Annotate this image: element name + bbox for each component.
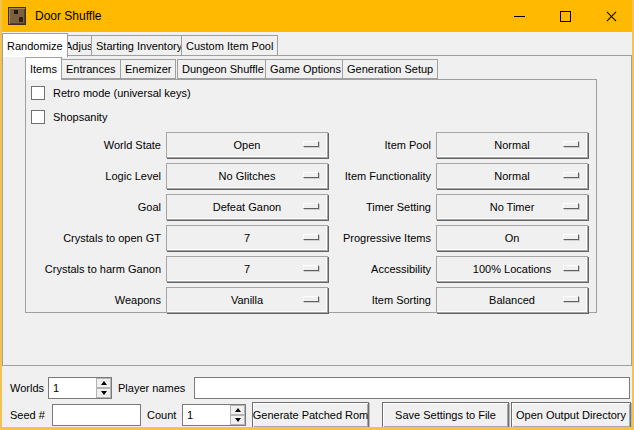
dropdown-indicator-icon: [303, 203, 319, 209]
title-bar: Door Shuffle: [0, 0, 634, 32]
worlds-spinner: [48, 377, 112, 399]
item-pool-label: Item Pool: [326, 132, 431, 158]
dropdown-indicator-icon: [303, 172, 319, 178]
tab-custom-item-pool[interactable]: Custom Item Pool: [181, 35, 278, 56]
worlds-up-button[interactable]: [96, 378, 111, 388]
goal-label: Goal: [26, 194, 161, 220]
minimize-button[interactable]: [496, 0, 542, 32]
count-up-button[interactable]: [230, 405, 245, 415]
accessibility-label: Accessibility: [326, 256, 431, 282]
open-output-directory-button[interactable]: Open Output Directory: [511, 402, 631, 428]
dropdown-indicator-icon: [563, 234, 579, 240]
crystals-harm-ganon-dropdown[interactable]: 7: [166, 256, 328, 282]
crystals-open-gt-value: 7: [244, 232, 250, 244]
dropdown-indicator-icon: [303, 296, 319, 302]
crystals-harm-ganon-label: Crystals to harm Ganon: [26, 256, 161, 282]
shopsanity-checkbox-box: [31, 110, 45, 124]
tab-entrances-label: Entrances: [66, 63, 116, 75]
tab-dungeon-shuffle[interactable]: Dungeon Shuffle: [177, 59, 269, 79]
world-state-label: World State: [26, 132, 161, 158]
item-sorting-label: Item Sorting: [326, 287, 431, 313]
dropdown-indicator-icon: [303, 265, 319, 271]
retro-mode-label: Retro mode (universal keys): [53, 87, 191, 99]
items-panel: Retro mode (universal keys) Shopsanity W…: [25, 79, 597, 313]
dropdown-indicator-icon: [563, 265, 579, 271]
tab-randomize-label: Randomize: [7, 40, 63, 52]
generate-patched-rom-button[interactable]: Generate Patched Rom: [252, 402, 369, 428]
item-functionality-label: Item Functionality: [326, 163, 431, 189]
maximize-button[interactable]: [542, 0, 588, 32]
progressive-items-label: Progressive Items: [326, 225, 431, 251]
generate-patched-rom-label: Generate Patched Rom: [253, 409, 369, 421]
seed-label: Seed #: [10, 402, 45, 428]
timer-setting-value: No Timer: [490, 201, 535, 213]
tab-entrances[interactable]: Entrances: [61, 59, 121, 79]
door-shuffle-window: Door Shuffle Randomize Adjust Starting I…: [0, 0, 634, 430]
world-state-value: Open: [234, 139, 261, 151]
timer-setting-label: Timer Setting: [326, 194, 431, 220]
retro-mode-checkbox[interactable]: Retro mode (universal keys): [31, 86, 191, 100]
item-pool-value: Normal: [494, 139, 529, 151]
weapons-dropdown[interactable]: Vanilla: [166, 287, 328, 313]
tab-custom-item-pool-label: Custom Item Pool: [186, 40, 273, 52]
weapons-value: Vanilla: [231, 294, 263, 306]
tab-items[interactable]: Items: [25, 57, 62, 80]
progressive-items-value: On: [505, 232, 520, 244]
tab-game-options-label: Game Options: [270, 63, 341, 75]
tab-game-options[interactable]: Game Options: [265, 59, 346, 79]
progressive-items-dropdown[interactable]: On: [436, 225, 588, 251]
timer-setting-dropdown[interactable]: No Timer: [436, 194, 588, 220]
app-icon: [8, 7, 26, 25]
accessibility-value: 100% Locations: [473, 263, 551, 275]
save-settings-button[interactable]: Save Settings to File: [382, 402, 509, 428]
goal-dropdown[interactable]: Defeat Ganon: [166, 194, 328, 220]
shopsanity-checkbox[interactable]: Shopsanity: [31, 110, 107, 124]
tab-dungeon-shuffle-label: Dungeon Shuffle: [182, 63, 264, 75]
close-button[interactable]: [588, 0, 634, 32]
worlds-label: Worlds: [10, 377, 44, 399]
up-arrow-icon: [101, 381, 107, 385]
crystals-open-gt-dropdown[interactable]: 7: [166, 225, 328, 251]
down-arrow-icon: [101, 391, 107, 395]
count-spinner: [182, 404, 246, 426]
count-input[interactable]: [183, 405, 230, 425]
seed-input[interactable]: [52, 404, 141, 426]
tab-randomize[interactable]: Randomize: [2, 33, 68, 57]
tab-generation-setup-label: Generation Setup: [347, 63, 433, 75]
tab-starting-inventory-label: Starting Inventory: [96, 40, 182, 52]
worlds-input[interactable]: [49, 378, 96, 398]
retro-mode-checkbox-box: [31, 86, 45, 100]
maximize-icon: [560, 11, 571, 22]
dropdown-indicator-icon: [563, 141, 579, 147]
dropdown-indicator-icon: [303, 141, 319, 147]
logic-level-dropdown[interactable]: No Glitches: [166, 163, 328, 189]
item-sorting-dropdown[interactable]: Balanced: [436, 287, 588, 313]
open-output-directory-label: Open Output Directory: [516, 409, 626, 421]
count-label: Count: [147, 402, 176, 428]
tab-enemizer[interactable]: Enemizer: [120, 59, 176, 79]
dropdown-indicator-icon: [563, 172, 579, 178]
window-title: Door Shuffle: [35, 9, 102, 23]
tab-starting-inventory[interactable]: Starting Inventory: [91, 35, 187, 56]
weapons-label: Weapons: [26, 287, 161, 313]
player-names-label: Player names: [118, 377, 185, 399]
item-functionality-dropdown[interactable]: Normal: [436, 163, 588, 189]
save-settings-label: Save Settings to File: [395, 409, 496, 421]
item-sorting-value: Balanced: [489, 294, 535, 306]
dropdown-indicator-icon: [303, 234, 319, 240]
up-arrow-icon: [235, 408, 241, 412]
shopsanity-label: Shopsanity: [53, 111, 107, 123]
close-icon: [606, 11, 617, 22]
tab-items-label: Items: [30, 63, 57, 75]
crystals-harm-ganon-value: 7: [244, 263, 250, 275]
minimize-icon: [514, 16, 525, 17]
player-names-input[interactable]: [194, 377, 630, 399]
worlds-down-button[interactable]: [96, 388, 111, 398]
item-pool-dropdown[interactable]: Normal: [436, 132, 588, 158]
accessibility-dropdown[interactable]: 100% Locations: [436, 256, 588, 282]
count-down-button[interactable]: [230, 415, 245, 425]
world-state-dropdown[interactable]: Open: [166, 132, 328, 158]
logic-level-value: No Glitches: [219, 170, 276, 182]
tab-generation-setup[interactable]: Generation Setup: [342, 59, 438, 79]
logic-level-label: Logic Level: [26, 163, 161, 189]
